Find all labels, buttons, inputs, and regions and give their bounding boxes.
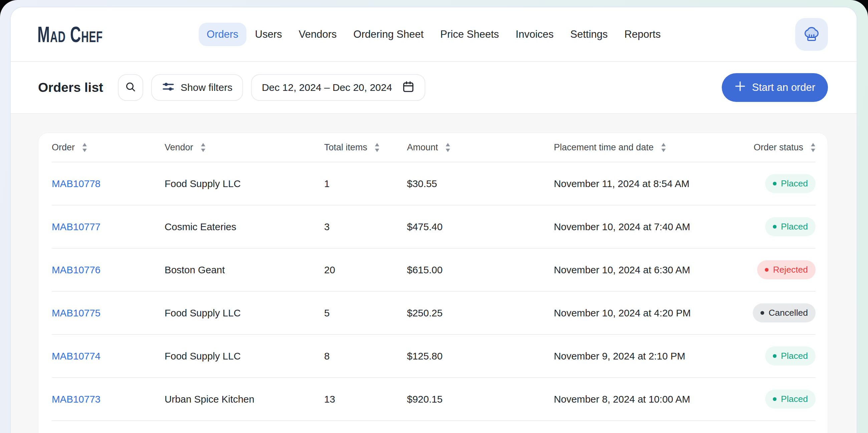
column-header-placement[interactable]: Placement time and date (554, 142, 741, 153)
placement-cell: November 10, 2024 at 7:40 AM (554, 221, 741, 233)
table-body: MAB10778 Food Supply LLC 1 $30.55 Novemb… (52, 162, 815, 420)
app-window: Mad Chef Orders Users Vendors Ordering S… (10, 7, 857, 433)
amount-cell: $250.25 (407, 307, 554, 319)
sort-icon[interactable] (445, 143, 451, 152)
placement-cell: November 10, 2024 at 4:20 PM (554, 307, 741, 319)
page-title: Orders list (38, 80, 103, 95)
status-badge: Placed (765, 346, 815, 366)
start-order-label: Start an order (752, 82, 815, 93)
table-row[interactable]: MAB10775 Food Supply LLC 5 $250.25 Novem… (52, 291, 815, 334)
filter-toolbar: Orders list Show filters Dec 1 (11, 62, 857, 114)
column-header-order[interactable]: Order (52, 142, 164, 153)
placement-cell: November 8, 2024 at 10:00 AM (554, 394, 741, 405)
vendor-cell: Food Supply LLC (164, 307, 324, 319)
table-row[interactable]: MAB10776 Boston Geant 20 $615.00 Novembe… (52, 248, 815, 291)
nav-item-orders[interactable]: Orders (199, 23, 246, 46)
vendor-cell: Boston Geant (164, 264, 324, 276)
main-menu: Orders Users Vendors Ordering Sheet Pric… (199, 23, 669, 46)
total-items-cell: 3 (324, 221, 407, 233)
status-dot-icon (773, 354, 777, 358)
nav-item-users[interactable]: Users (247, 23, 290, 46)
order-id-link[interactable]: MAB10778 (52, 178, 100, 189)
column-header-status[interactable]: Order status (741, 142, 815, 153)
show-filters-button[interactable]: Show filters (151, 74, 243, 101)
placement-cell: November 11, 2024 at 8:54 AM (554, 178, 741, 190)
table-row[interactable]: MAB10778 Food Supply LLC 1 $30.55 Novemb… (52, 162, 815, 205)
start-order-button[interactable]: Start an order (722, 73, 828, 102)
show-filters-label: Show filters (181, 82, 232, 93)
sort-icon[interactable] (661, 143, 666, 152)
column-header-total-items[interactable]: Total items (324, 142, 407, 153)
search-icon (125, 81, 136, 94)
amount-cell: $30.55 (407, 178, 554, 190)
status-badge: Rejected (757, 260, 815, 279)
order-id-link[interactable]: MAB10774 (52, 350, 100, 362)
account-avatar[interactable] (795, 18, 828, 51)
amount-cell: $475.40 (407, 221, 554, 233)
status-dot-icon (765, 268, 769, 271)
column-header-amount[interactable]: Amount (407, 142, 554, 153)
nav-item-price-sheets[interactable]: Price Sheets (432, 23, 507, 46)
amount-cell: $615.00 (407, 264, 554, 276)
total-items-cell: 20 (324, 264, 407, 276)
status-badge: Cancelled (753, 304, 815, 322)
vendor-cell: Food Supply LLC (164, 350, 324, 362)
order-id-link[interactable]: MAB10773 (52, 394, 100, 405)
vendor-cell: Cosmic Eateries (164, 221, 324, 233)
status-badge: Placed (765, 217, 815, 236)
nav-item-vendors[interactable]: Vendors (291, 23, 345, 46)
total-items-cell: 13 (324, 394, 407, 405)
nav-item-reports[interactable]: Reports (616, 23, 669, 46)
nav-item-settings[interactable]: Settings (562, 23, 616, 46)
orders-table: Order Vendor Total items (38, 133, 828, 433)
table-row[interactable]: MAB10777 Cosmic Eateries 3 $475.40 Novem… (52, 205, 815, 248)
calendar-icon (402, 80, 415, 95)
search-button[interactable] (118, 74, 143, 101)
status-dot-icon (773, 225, 777, 229)
column-header-vendor[interactable]: Vendor (164, 142, 324, 153)
amount-cell: $125.80 (407, 350, 554, 362)
sort-icon[interactable] (375, 143, 380, 152)
top-navigation: Mad Chef Orders Users Vendors Ordering S… (11, 7, 857, 62)
status-dot-icon (773, 397, 777, 401)
total-items-cell: 5 (324, 307, 407, 319)
status-badge: Placed (765, 174, 815, 193)
plus-icon (735, 81, 746, 94)
status-badge: Placed (765, 389, 815, 409)
amount-cell: $920.15 (407, 394, 554, 405)
table-row[interactable]: MAB10774 Food Supply LLC 8 $125.80 Novem… (52, 334, 815, 377)
nav-item-invoices[interactable]: Invoices (508, 23, 562, 46)
total-items-cell: 1 (324, 178, 407, 190)
sort-icon[interactable] (811, 143, 815, 152)
placement-cell: November 10, 2024 at 6:30 AM (554, 264, 741, 276)
table-header-row: Order Vendor Total items (52, 133, 815, 162)
table-row[interactable]: MAB10773 Urban Spice Kitchen 13 $920.15 … (52, 377, 815, 420)
order-id-link[interactable]: MAB10777 (52, 221, 100, 232)
total-items-cell: 8 (324, 350, 407, 362)
sort-icon[interactable] (200, 143, 206, 152)
chef-hat-icon (803, 25, 820, 44)
order-id-link[interactable]: MAB10776 (52, 264, 100, 275)
table-row-partial (52, 420, 815, 433)
date-range-picker[interactable]: Dec 12, 2024 – Dec 20, 2024 (251, 74, 425, 101)
status-dot-icon (773, 182, 777, 185)
main-content: Order Vendor Total items (11, 114, 857, 433)
order-id-link[interactable]: MAB10775 (52, 307, 100, 318)
vendor-cell: Urban Spice Kitchen (164, 394, 324, 405)
brand-logo: Mad Chef (37, 21, 103, 47)
filters-slider-icon (162, 80, 175, 95)
sort-icon[interactable] (82, 143, 87, 152)
status-dot-icon (761, 311, 764, 315)
placement-cell: November 9, 2024 at 2:10 PM (554, 350, 741, 362)
nav-item-ordering-sheet[interactable]: Ordering Sheet (345, 23, 432, 46)
date-range-value: Dec 12, 2024 – Dec 20, 2024 (262, 82, 392, 93)
vendor-cell: Food Supply LLC (164, 178, 324, 190)
